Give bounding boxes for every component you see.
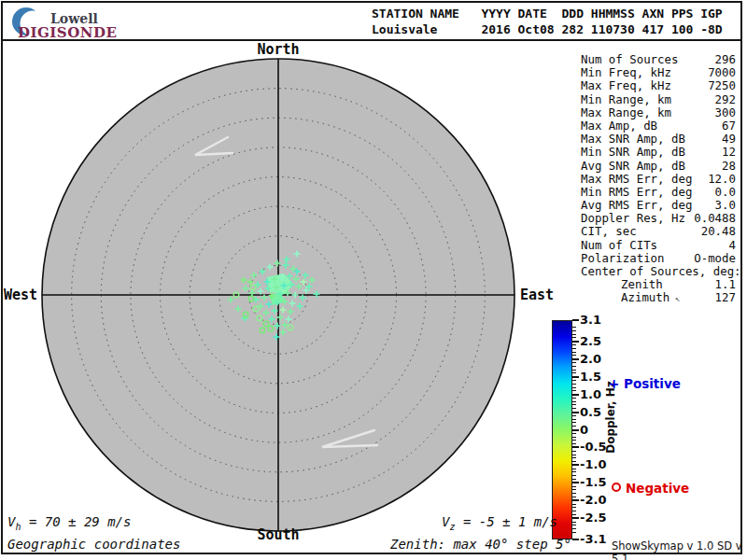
colorbar-minor-tick bbox=[572, 457, 576, 458]
param-label: Min SNR Amp, dB bbox=[581, 146, 685, 159]
param-value: 20.48 bbox=[701, 225, 736, 238]
param-row: Zenith1.1 bbox=[581, 278, 736, 291]
param-label: Polarization bbox=[581, 252, 665, 265]
colorbar-tick-label: -2.0 bbox=[580, 493, 606, 507]
param-value: 49 bbox=[722, 133, 736, 146]
param-label: Max RMS Err, deg bbox=[581, 173, 692, 186]
colorbar-minor-tick bbox=[572, 415, 576, 416]
param-label: Zenith bbox=[621, 278, 663, 291]
param-value: 127 bbox=[715, 291, 736, 304]
param-row: Max RMS Err, deg12.0 bbox=[581, 173, 736, 186]
param-value: 7000 bbox=[708, 66, 736, 79]
colorbar-minor-tick bbox=[572, 426, 576, 427]
param-row: Avg RMS Err, deg3.0 bbox=[581, 199, 736, 212]
param-value: 3.0 bbox=[715, 199, 736, 212]
compass-east-label: East bbox=[520, 287, 567, 303]
param-label: Max SNR Amp, dB bbox=[581, 133, 685, 146]
colorbar-minor-tick bbox=[572, 408, 576, 409]
colorbar-major-tick bbox=[572, 539, 579, 540]
param-label: CIT, sec bbox=[581, 225, 637, 238]
colorbar-minor-tick bbox=[572, 362, 576, 363]
param-value: 7250 bbox=[708, 79, 736, 92]
param-row: Num of CITs4 bbox=[581, 239, 736, 252]
colorbar-minor-tick bbox=[572, 532, 576, 533]
colorbar-major-tick bbox=[572, 429, 579, 431]
colorbar-minor-tick bbox=[572, 384, 576, 385]
colorbar-minor-tick bbox=[572, 390, 576, 391]
param-row: Max Amp, dB67 bbox=[581, 119, 736, 133]
param-label: Min Freq, kHz bbox=[581, 66, 671, 79]
colorbar-minor-tick bbox=[572, 469, 576, 469]
param-row: Num of Sources296 bbox=[581, 53, 736, 66]
param-value: 0.0488 bbox=[694, 212, 736, 225]
param-row: Max Freq, kHz7250 bbox=[581, 79, 736, 92]
vertical-velocity: Vz = -5 ± 1 m/s bbox=[442, 514, 557, 532]
colorbar-tick-label: -2.5 bbox=[580, 511, 606, 525]
param-value: 12.0 bbox=[708, 173, 736, 186]
param-label: Center of Sources, deg: bbox=[581, 265, 741, 278]
colorbar-minor-tick bbox=[572, 455, 576, 455]
colorbar-major-tick bbox=[572, 499, 579, 501]
colorbar-minor-tick bbox=[572, 437, 576, 438]
colorbar-tick-label: 0 bbox=[580, 423, 588, 437]
param-row: Azimuth ↖127 bbox=[581, 291, 736, 304]
colorbar-minor-tick bbox=[572, 493, 576, 494]
colorbar-major-tick bbox=[572, 482, 579, 483]
colorbar-tick-label: 2.5 bbox=[580, 334, 601, 348]
param-label: Max Amp, dB bbox=[581, 119, 657, 133]
coordinates-note: Geographic coordinates bbox=[7, 537, 180, 552]
colorbar-minor-tick bbox=[572, 344, 576, 345]
colorbar-minor-tick bbox=[572, 352, 576, 353]
colorbar-minor-tick bbox=[572, 419, 576, 420]
colorbar-tick-label: -1.5 bbox=[580, 475, 606, 489]
colorbar-minor-tick bbox=[572, 461, 576, 462]
colorbar-tick-label: -3.1 bbox=[580, 532, 606, 546]
colorbar-minor-tick bbox=[572, 422, 576, 423]
param-label: Doppler Res, Hz bbox=[581, 212, 685, 225]
param-value: 0.0 bbox=[715, 186, 736, 199]
colorbar-minor-tick bbox=[572, 330, 576, 331]
colorbar-major-tick bbox=[572, 358, 579, 360]
colorbar-major-tick bbox=[572, 319, 579, 321]
colorbar-minor-tick bbox=[572, 401, 576, 402]
param-row: Doppler Res, Hz0.0488 bbox=[581, 212, 736, 225]
colorbar-minor-tick bbox=[572, 387, 576, 388]
colorbar-minor-tick bbox=[572, 479, 576, 480]
azimuth-arrow-icon: ↖ bbox=[669, 294, 680, 303]
doppler-colorbar bbox=[552, 320, 572, 539]
showskymap-window: Lowell DIGISONDE STATION NAME YYYY DATE … bbox=[0, 0, 747, 560]
colorbar-major-tick bbox=[572, 464, 579, 466]
colorbar-title: Doppler, Hz bbox=[604, 381, 617, 454]
colorbar-tick-label: 2.0 bbox=[580, 352, 601, 366]
colorbar-minor-tick bbox=[572, 471, 576, 472]
param-row: Center of Sources, deg: bbox=[581, 265, 736, 278]
param-value: 300 bbox=[715, 106, 736, 119]
zenith-range-note: Zenith: max 40° step 5° bbox=[390, 537, 571, 552]
param-row: Min SNR Amp, dB12 bbox=[581, 146, 736, 159]
colorbar-minor-tick bbox=[572, 511, 576, 511]
colorbar-minor-tick bbox=[572, 440, 576, 441]
param-label: Num of Sources bbox=[581, 53, 678, 66]
param-row: Min RMS Err, deg0.0 bbox=[581, 186, 736, 199]
param-label: Min Range, km bbox=[581, 93, 671, 106]
colorbar-minor-tick bbox=[572, 443, 576, 444]
colorbar-minor-tick bbox=[572, 337, 576, 338]
version-stamp: ShowSkymap v 1.0 SD v 5.1 bbox=[612, 539, 747, 560]
negative-doppler-legend: Negative bbox=[612, 481, 689, 496]
colorbar-tick-label: 1.5 bbox=[580, 370, 601, 384]
colorbar-minor-tick bbox=[572, 522, 576, 523]
colorbar-minor-tick bbox=[572, 398, 576, 399]
param-value: 67 bbox=[722, 119, 736, 133]
colorbar-major-tick bbox=[572, 517, 579, 519]
colorbar-minor-tick bbox=[572, 525, 576, 525]
colorbar-minor-tick bbox=[572, 514, 576, 515]
colorbar-major-tick bbox=[572, 376, 579, 378]
colorbar-minor-tick bbox=[572, 380, 576, 381]
colorbar-minor-tick bbox=[572, 451, 576, 452]
plus-icon: + bbox=[609, 376, 619, 391]
colorbar-minor-tick bbox=[572, 433, 576, 434]
param-value: 4 bbox=[729, 239, 736, 252]
param-value: 12 bbox=[722, 146, 736, 159]
param-value: 296 bbox=[715, 53, 736, 66]
horizontal-velocity: Vh = 70 ± 29 m/s bbox=[7, 514, 131, 532]
